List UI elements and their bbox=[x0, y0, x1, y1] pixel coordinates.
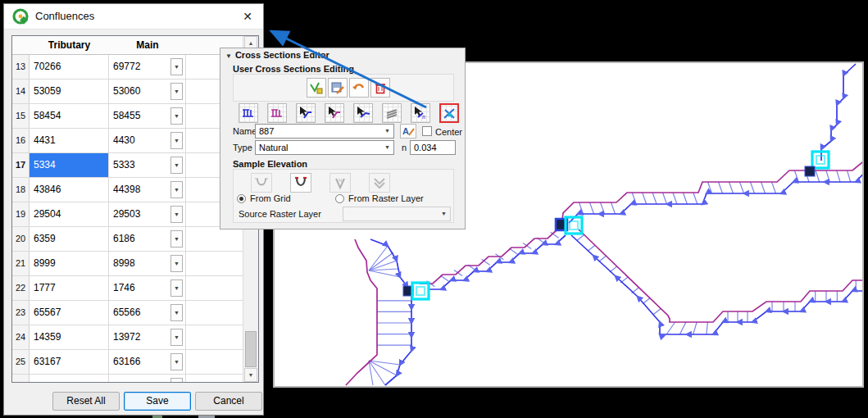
tributary-cell[interactable]: 63167 bbox=[30, 350, 109, 374]
from-grid-label: From Grid bbox=[250, 193, 291, 203]
row-number[interactable]: 21 bbox=[12, 252, 30, 275]
tributary-cell[interactable]: 53059 bbox=[30, 80, 109, 103]
tributary-cell[interactable]: 4431 bbox=[30, 129, 109, 152]
main-cell[interactable]: 6186▼ bbox=[109, 227, 186, 251]
rename-section-button[interactable]: A bbox=[400, 124, 416, 139]
column-header-tributary[interactable]: Tributary bbox=[30, 36, 109, 54]
center-checkbox[interactable] bbox=[422, 126, 432, 136]
chevron-down-icon[interactable]: ▼ bbox=[170, 132, 183, 149]
from-grid-radio[interactable] bbox=[237, 194, 246, 203]
main-cell[interactable]: 29503▼ bbox=[109, 202, 186, 226]
tributary-cell[interactable]: 43846 bbox=[30, 178, 109, 202]
screenshot-root: Confluences ✕ Tributary Main 13702666977… bbox=[0, 0, 868, 418]
chevron-down-icon[interactable]: ▼ bbox=[170, 206, 183, 223]
move-section-blue-button[interactable] bbox=[296, 103, 316, 123]
save-button[interactable]: Save bbox=[124, 392, 191, 411]
table-row: 2189998998▼ bbox=[12, 252, 243, 276]
main-cell[interactable]: 53060▼ bbox=[109, 80, 186, 103]
multi-v-section-button[interactable] bbox=[369, 173, 390, 193]
chevron-down-icon[interactable]: ▼ bbox=[170, 329, 183, 346]
tributary-cell[interactable]: 14359 bbox=[30, 325, 109, 349]
chevron-down-icon[interactable]: ▼ bbox=[170, 304, 183, 321]
tributary-cell[interactable]: 6359 bbox=[30, 227, 109, 251]
source-raster-combobox[interactable]: ▼ bbox=[343, 207, 451, 221]
from-raster-radio[interactable] bbox=[335, 194, 344, 203]
dialog-titlebar[interactable]: Confluences ✕ bbox=[4, 4, 263, 30]
row-number[interactable]: 19 bbox=[12, 202, 30, 226]
row-number[interactable]: 14 bbox=[12, 80, 30, 103]
row-number[interactable]: 17 bbox=[12, 153, 30, 177]
chevron-down-icon[interactable]: ▼ bbox=[170, 83, 183, 100]
edit-section-n-button[interactable]: n bbox=[411, 103, 430, 123]
chevron-down-icon[interactable]: ▼ bbox=[170, 107, 183, 125]
manning-n-input[interactable]: 0.034 bbox=[410, 140, 456, 155]
stack-sections-button[interactable] bbox=[382, 103, 402, 123]
scrollbar-thumb[interactable] bbox=[245, 331, 257, 367]
tributary-cell[interactable]: 602 bbox=[30, 375, 109, 382]
main-cell[interactable]: 4430▼ bbox=[109, 129, 186, 152]
delete-button[interactable] bbox=[370, 78, 390, 98]
move-section-magenta-button[interactable] bbox=[325, 103, 344, 123]
chevron-down-icon[interactable]: ▼ bbox=[170, 58, 183, 75]
row-number[interactable]: 20 bbox=[12, 227, 30, 251]
row-number[interactable]: 16 bbox=[12, 129, 30, 152]
cross-sections-editor-panel: ▼Cross Sections Editor User Cross Sectio… bbox=[220, 48, 466, 229]
main-cell[interactable]: 63166▼ bbox=[109, 350, 186, 374]
main-cell[interactable]: 8998▼ bbox=[109, 252, 186, 275]
cancel-button[interactable]: Cancel bbox=[195, 392, 262, 411]
chevron-down-icon[interactable]: ▼ bbox=[170, 255, 183, 272]
undo-button[interactable] bbox=[349, 78, 369, 98]
chevron-down-icon[interactable]: ▼ bbox=[170, 353, 183, 370]
main-cell[interactable]: ▼ bbox=[109, 375, 186, 382]
main-cell[interactable]: 58455▼ bbox=[109, 104, 186, 128]
main-cell[interactable]: 44398▼ bbox=[109, 178, 186, 202]
close-icon[interactable]: ✕ bbox=[239, 7, 257, 25]
row-number[interactable]: 23 bbox=[12, 301, 30, 325]
panel-header[interactable]: ▼Cross Sections Editor bbox=[225, 50, 329, 60]
reset-all-button[interactable]: Reset All bbox=[52, 392, 120, 411]
type-value: Natural bbox=[259, 143, 288, 152]
tributary-cell[interactable]: 8999 bbox=[30, 252, 109, 275]
main-cell[interactable]: 69772▼ bbox=[109, 55, 186, 79]
row-number[interactable]: 15 bbox=[12, 104, 30, 128]
row-number[interactable]: 26 bbox=[12, 375, 30, 382]
scroll-down-button[interactable]: ▼ bbox=[244, 368, 257, 382]
chevron-down-icon[interactable]: ▼ bbox=[170, 378, 183, 382]
digitize-cross-section-button[interactable] bbox=[307, 78, 326, 98]
collapse-arrow-icon[interactable]: ▼ bbox=[225, 52, 232, 60]
column-header-main[interactable]: Main bbox=[109, 36, 186, 54]
save-edits-button[interactable] bbox=[328, 78, 348, 98]
add-section-magenta-button[interactable] bbox=[267, 103, 287, 123]
v-shape-section-button[interactable]: N bbox=[329, 173, 351, 193]
row-number[interactable]: 22 bbox=[12, 276, 30, 300]
row-number[interactable]: 25 bbox=[12, 350, 30, 374]
edit-section-blue-button[interactable] bbox=[353, 103, 373, 123]
tributary-cell[interactable]: 1777 bbox=[30, 276, 109, 300]
main-cell[interactable]: 13972▼ bbox=[109, 325, 186, 349]
tributary-cell[interactable]: 65567 bbox=[30, 301, 109, 325]
main-cell[interactable]: 65566▼ bbox=[109, 301, 186, 325]
table-row: 145305953060▼ bbox=[12, 80, 243, 104]
table-row: 2063596186▼ bbox=[12, 227, 243, 252]
add-section-blue-button[interactable] bbox=[239, 103, 258, 123]
dialog-title: Confluences bbox=[35, 4, 94, 29]
u-shape-section-button[interactable] bbox=[290, 173, 311, 193]
chevron-down-icon[interactable]: ▼ bbox=[170, 157, 183, 174]
tributary-cell[interactable]: 70266 bbox=[30, 55, 109, 79]
chevron-down-icon[interactable]: ▼ bbox=[170, 181, 183, 198]
tributary-cell[interactable]: 58454 bbox=[30, 104, 109, 128]
row-number[interactable]: 13 bbox=[12, 55, 30, 79]
tributary-cell[interactable]: 29504 bbox=[30, 202, 109, 226]
chevron-down-icon[interactable]: ▼ bbox=[170, 230, 183, 248]
chevron-down-icon[interactable]: ▼ bbox=[170, 279, 183, 297]
main-cell[interactable]: 1746▼ bbox=[109, 276, 186, 300]
type-combobox[interactable]: Natural ▼ bbox=[255, 140, 394, 155]
pick-section-active-button[interactable] bbox=[439, 103, 459, 123]
move-section-magenta-icon bbox=[326, 105, 343, 121]
main-cell[interactable]: 5333▼ bbox=[109, 153, 186, 177]
name-combobox[interactable]: 887 ▼ bbox=[255, 124, 394, 139]
row-number[interactable]: 24 bbox=[12, 325, 30, 349]
interpolate-section-button[interactable] bbox=[251, 173, 272, 193]
row-number[interactable]: 18 bbox=[12, 178, 30, 202]
tributary-cell[interactable]: 5334 bbox=[30, 153, 109, 177]
